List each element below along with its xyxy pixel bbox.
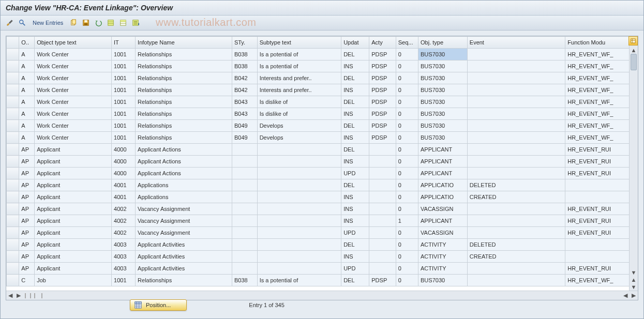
cell-ott[interactable]: Applicant (35, 168, 112, 179)
cell-seq[interactable]: 0 (396, 120, 418, 132)
row-selector[interactable] (7, 191, 19, 203)
cell-it[interactable]: 1001 (112, 84, 136, 96)
cell-upd[interactable]: UPD (341, 168, 369, 179)
col-event[interactable]: Event (467, 37, 565, 49)
cell-iname[interactable]: Applications (136, 179, 232, 191)
cell-stxt[interactable]: Is dislike of (257, 96, 341, 108)
table-row[interactable]: AWork Center1001RelationshipsB049Develop… (7, 120, 630, 132)
cell-o[interactable]: AP (19, 263, 35, 275)
cell-ott[interactable]: Work Center (35, 60, 112, 72)
cell-obj[interactable]: ACTIVITY (418, 263, 468, 275)
configure-columns-button[interactable] (628, 36, 638, 45)
cell-acty[interactable] (369, 215, 396, 227)
cell-obj[interactable]: BUS7030 (418, 84, 468, 96)
row-selector[interactable] (7, 108, 19, 120)
row-selector[interactable] (7, 275, 19, 286)
cell-o[interactable]: AP (19, 251, 35, 263)
row-selector[interactable] (7, 215, 19, 227)
hscroll-drag-handle[interactable] (25, 293, 42, 298)
table-row[interactable]: APApplicant4002Vacancy AssignmentUPD0VAC… (7, 227, 630, 239)
cell-event[interactable]: DELETED (467, 239, 565, 251)
cell-ott[interactable]: Applicant (35, 263, 112, 275)
cell-event[interactable] (467, 156, 565, 168)
cell-acty[interactable]: PDSP (369, 84, 396, 96)
cell-it[interactable]: 1001 (112, 72, 136, 84)
cell-it[interactable]: 1001 (112, 96, 136, 108)
cell-event[interactable] (467, 168, 565, 179)
col-select[interactable] (7, 37, 19, 49)
cell-stxt[interactable]: Is a potential of (257, 275, 341, 286)
cell-obj[interactable]: BUS7030 (418, 132, 468, 144)
cell-ott[interactable]: Work Center (35, 72, 112, 84)
cell-o[interactable]: A (19, 132, 35, 144)
cell-sty[interactable] (232, 215, 257, 227)
hscroll-right2-button[interactable]: ▶ (630, 292, 638, 299)
cell-acty[interactable]: PDSP (369, 108, 396, 120)
cell-acty[interactable] (369, 227, 396, 239)
cell-sty[interactable] (232, 144, 257, 156)
cell-stxt[interactable] (257, 156, 341, 168)
scroll-up2-button[interactable]: ▲ (630, 276, 637, 283)
row-selector[interactable] (7, 144, 19, 156)
cell-event[interactable] (467, 263, 565, 275)
cell-fm[interactable]: HR_EVENT_RUI (565, 227, 630, 239)
cell-fm[interactable]: HR_EVENT_RUI (565, 215, 630, 227)
cell-fm[interactable]: HR_EVENT_RUI (565, 168, 630, 179)
cell-stxt[interactable]: Develops (257, 132, 341, 144)
row-selector[interactable] (7, 251, 19, 263)
cell-fm[interactable]: HR_EVENT_WF_ (565, 60, 630, 72)
cell-upd[interactable]: INS (341, 251, 369, 263)
table-row[interactable]: AWork Center1001RelationshipsB038Is a po… (7, 60, 630, 72)
cell-acty[interactable]: PDSP (369, 49, 396, 60)
cell-iname[interactable]: Applicant Activities (136, 251, 232, 263)
cell-upd[interactable]: DEL (341, 179, 369, 191)
cell-sty[interactable] (232, 191, 257, 203)
copy-button[interactable] (68, 18, 79, 28)
cell-obj[interactable]: BUS7030 (418, 72, 468, 84)
cell-obj[interactable]: BUS7030 (418, 60, 468, 72)
row-selector[interactable] (7, 239, 19, 251)
cell-sty[interactable]: B049 (232, 120, 257, 132)
cell-it[interactable]: 4003 (112, 239, 136, 251)
scroll-thumb[interactable] (631, 54, 637, 70)
cell-it[interactable]: 4002 (112, 227, 136, 239)
cell-upd[interactable]: INS (341, 215, 369, 227)
cell-event[interactable] (467, 60, 565, 72)
cell-fm[interactable]: HR_EVENT_RUI (565, 144, 630, 156)
cell-iname[interactable]: Applicant Actions (136, 144, 232, 156)
cell-stxt[interactable]: Interests and prefer.. (257, 84, 341, 96)
cell-upd[interactable]: UPD (341, 227, 369, 239)
cell-upd[interactable]: INS (341, 108, 369, 120)
table-row[interactable]: APApplicant4003Applicant ActivitiesUPD0A… (7, 263, 630, 275)
cell-upd[interactable]: INS (341, 156, 369, 168)
cell-it[interactable]: 1001 (112, 60, 136, 72)
delimit-button[interactable] (130, 18, 141, 28)
cell-iname[interactable]: Relationships (136, 96, 232, 108)
cell-stxt[interactable] (257, 251, 341, 263)
cell-o[interactable]: AP (19, 191, 35, 203)
cell-stxt[interactable]: Is a potential of (257, 49, 341, 60)
cell-event[interactable]: CREATED (467, 251, 565, 263)
cell-event[interactable] (467, 120, 565, 132)
cell-acty[interactable] (369, 239, 396, 251)
cell-it[interactable]: 4001 (112, 179, 136, 191)
cell-fm[interactable]: HR_EVENT_WF_ (565, 72, 630, 84)
cell-iname[interactable]: Vacancy Assignment (136, 203, 232, 215)
cell-iname[interactable]: Relationships (136, 120, 232, 132)
cell-fm[interactable]: HR_EVENT_RUI (565, 203, 630, 215)
cell-iname[interactable]: Applicant Activities (136, 239, 232, 251)
table-row[interactable]: AWork Center1001RelationshipsB049Develop… (7, 132, 630, 144)
cell-seq[interactable]: 0 (396, 108, 418, 120)
cell-fm[interactable]: HR_EVENT_WF_ (565, 120, 630, 132)
cell-upd[interactable]: INS (341, 191, 369, 203)
cell-seq[interactable]: 0 (396, 49, 418, 60)
scroll-up-button[interactable]: ▲ (630, 47, 637, 54)
cell-fm[interactable]: HR_EVENT_WF_ (565, 84, 630, 96)
scroll-down-button[interactable]: ▼ (630, 269, 637, 276)
cell-upd[interactable]: DEL (341, 96, 369, 108)
cell-seq[interactable]: 0 (396, 168, 418, 179)
cell-acty[interactable]: PDSP (369, 120, 396, 132)
cell-upd[interactable]: INS (341, 132, 369, 144)
cell-fm[interactable]: HR_EVENT_WF_ (565, 49, 630, 60)
cell-upd[interactable]: DEL (341, 49, 369, 60)
